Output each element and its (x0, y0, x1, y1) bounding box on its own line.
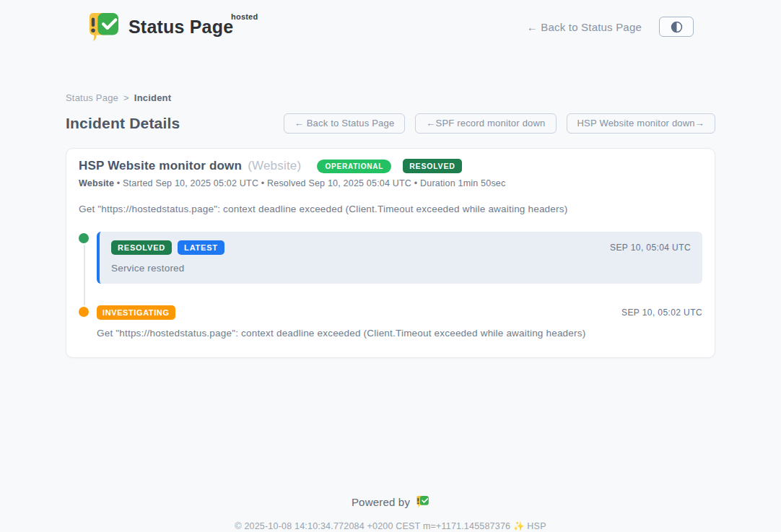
timeline-investigating-badge: INVESTIGATING (97, 305, 175, 320)
timeline-latest-badge: LATEST (178, 240, 224, 255)
meta-component: Website (79, 178, 114, 188)
footer-logo-icon[interactable] (416, 495, 429, 508)
incident-component: (Website) (248, 159, 301, 173)
incident-nav-buttons: ← Back to Status Page ←SPF record monito… (284, 113, 715, 134)
timeline-message: Service restored (111, 263, 691, 274)
logo-text: Status Page (128, 17, 233, 37)
logo[interactable]: Status Page hosted (87, 12, 233, 42)
incident-description: Get "https://hostedstatus.page": context… (79, 204, 702, 214)
logo-icon (87, 12, 121, 42)
copyright-text: © 2025-10-08 14:10:34.772084 +0200 CEST … (66, 520, 715, 531)
timeline-latest-card: RESOLVED LATEST SEP 10, 05:04 UTC Servic… (97, 232, 702, 284)
incident-meta: Website • Started Sep 10, 2025 05:02 UTC… (79, 178, 702, 188)
timeline-message: Get "https://hostedstatus.page": context… (97, 328, 702, 339)
next-incident-button[interactable]: HSP Website monitor down→ (567, 113, 715, 134)
timeline-timestamp: SEP 10, 05:04 UTC (610, 243, 691, 253)
timeline-item-investigating: INVESTIGATING SEP 10, 05:02 UTC Get "htt… (79, 305, 702, 339)
incident-title: HSP Website monitor down (79, 159, 242, 173)
resolved-state-badge: RESOLVED (403, 159, 461, 173)
breadcrumb: Status Page > Incident (66, 92, 715, 103)
half-circle-theme-icon (671, 21, 683, 33)
powered-by-label: Powered by (352, 496, 410, 508)
prev-incident-button[interactable]: ←SPF record monitor down (415, 113, 556, 134)
timeline-dot-green (77, 232, 90, 245)
meta-details: • Started Sep 10, 2025 05:02 UTC • Resol… (117, 178, 506, 188)
timeline-resolved-badge: RESOLVED (111, 240, 172, 255)
timeline-dot-orange (77, 305, 90, 318)
timeline-timestamp: SEP 10, 05:02 UTC (621, 308, 702, 318)
back-to-status-page-button[interactable]: ← Back to Status Page (284, 113, 406, 134)
incident-timeline: RESOLVED LATEST SEP 10, 05:04 UTC Servic… (79, 232, 702, 339)
breadcrumb-current: Incident (134, 92, 171, 103)
header: Status Page hosted ← Back to Status Page (87, 12, 694, 42)
page-title: Incident Details (66, 115, 180, 132)
main-content: Status Page > Incident Incident Details … (66, 92, 715, 531)
theme-toggle-button[interactable] (659, 17, 694, 37)
operational-status-badge: OPERATIONAL (317, 160, 391, 173)
incident-card: HSP Website monitor down (Website) OPERA… (66, 148, 715, 358)
breadcrumb-separator: > (123, 92, 129, 103)
footer: Powered by © 2025-10-08 14:10:34.772084 … (66, 495, 715, 531)
logo-hosted-label: hosted (231, 12, 258, 21)
breadcrumb-root[interactable]: Status Page (66, 92, 118, 103)
timeline-item-resolved: RESOLVED LATEST SEP 10, 05:04 UTC Servic… (79, 232, 702, 284)
header-back-link[interactable]: ← Back to Status Page (527, 21, 642, 33)
